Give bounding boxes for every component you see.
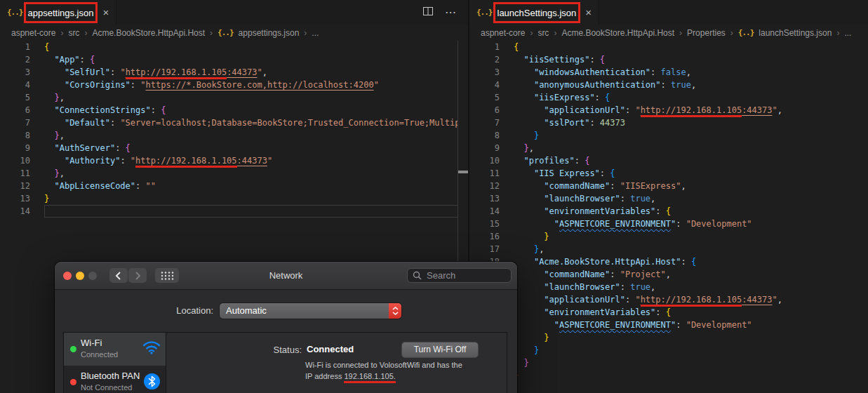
code-line[interactable]: { [514,41,868,53]
line-number[interactable]: 10 [0,154,30,167]
line-number[interactable]: 5 [469,91,500,104]
code-line[interactable]: } [514,331,868,344]
line-number[interactable]: 11 [469,167,500,180]
code-line[interactable]: } [514,230,868,243]
code-line[interactable]: "App": { [44,53,458,66]
code-line[interactable]: "AbpLicenseCode": "" [44,180,458,192]
split-editor-icon[interactable] [422,6,434,20]
location-dropdown[interactable]: Automatic [220,303,401,319]
code-line[interactable]: "ASPNETCORE_ENVIRONMENT": "Development" [514,319,868,331]
code-line[interactable]: } [44,192,458,205]
code-line[interactable]: } [514,357,868,369]
breadcrumb-item[interactable]: Acme.BookStore.HttpApi.Host [561,28,674,38]
traffic-light-close[interactable] [63,272,72,280]
line-number[interactable]: 13 [0,192,30,205]
turn-wifi-off-button[interactable]: Turn Wi-Fi Off [401,342,479,358]
line-number[interactable]: 4 [469,79,500,91]
forward-button[interactable] [128,268,147,283]
line-number[interactable]: 12 [0,180,30,192]
code-line[interactable]: }, [514,243,868,255]
code-line[interactable] [44,205,458,218]
code-line[interactable]: "environmentVariables": { [514,205,868,218]
code-line[interactable]: }, [514,142,868,154]
line-number[interactable]: 1 [0,41,30,53]
close-icon[interactable]: × [585,6,592,18]
search-input[interactable] [425,269,506,281]
line-number[interactable]: 12 [469,180,500,192]
code-line[interactable]: } [514,344,868,357]
code-line[interactable]: "Default": "Server=localhost;Database=Bo… [44,116,458,129]
more-actions-icon[interactable]: ⋯ [445,6,457,19]
line-number[interactable]: 4 [0,79,30,91]
breadcrumb-item[interactable]: appsettings.json [239,28,300,38]
line-number[interactable]: 2 [469,53,500,66]
line-number[interactable]: 7 [469,116,500,129]
code-line[interactable]: }, [44,167,458,180]
breadcrumb-item[interactable]: src [68,28,79,38]
line-number[interactable]: 14 [0,205,30,218]
line-number[interactable]: 6 [469,104,500,116]
line-number[interactable]: 7 [0,116,30,129]
traffic-light-minimize[interactable] [76,272,84,280]
code-line[interactable]: "environmentVariables": { [514,306,868,319]
line-number[interactable]: 11 [0,167,30,180]
search-field[interactable] [407,268,512,283]
code-line[interactable]: "launchBrowser": true, [514,281,868,293]
code-line[interactable]: "iisSettings": { [514,53,868,66]
line-number[interactable]: 2 [0,53,30,66]
code-line[interactable]: "anonymousAuthentication": true, [514,79,868,91]
line-number[interactable]: 5 [0,91,30,104]
line-number[interactable]: 1 [469,41,500,53]
code-line[interactable]: "ASPNETCORE_ENVIRONMENT": "Development" [514,218,868,230]
line-number[interactable]: 6 [0,104,30,116]
code-line[interactable]: "SelfUrl": "http://192.168.1.105:44373", [44,66,458,79]
line-number[interactable]: 8 [469,129,500,142]
code-line[interactable]: "windowsAuthentication": false, [514,66,868,79]
code-line[interactable]: "launchBrowser": true, [514,192,868,205]
line-number[interactable]: 16 [469,230,500,243]
tab-launchsettings-json[interactable]: {..} launchSettings.json × [469,0,599,25]
code-line[interactable]: "commandName": "IISExpress", [514,180,868,192]
code-line[interactable]: "AuthServer": { [44,142,458,154]
breadcrumb-item[interactable]: launchSettings.json [759,28,832,38]
line-number[interactable]: 14 [469,205,500,218]
code-area[interactable]: { "iisSettings": { "windowsAuthenticatio… [508,41,868,393]
tab-appsettings-json[interactable]: {..} appsettings.json × [0,0,116,25]
code-line[interactable]: } [514,369,868,382]
close-icon[interactable]: × [102,6,109,18]
line-number[interactable]: 17 [469,243,500,255]
code-line[interactable]: }, [44,129,458,142]
breadcrumb-item[interactable]: Acme.BookStore.HttpApi.Host [92,28,205,38]
code-line[interactable]: "CorsOrigins": "https://*.BookStore.com,… [44,79,458,91]
code-line[interactable]: "ConnectionStrings": { [44,104,458,116]
code-line[interactable]: }, [44,91,458,104]
breadcrumb-item[interactable]: ... [844,28,851,38]
code-line[interactable]: "profiles": { [514,154,868,167]
code-line[interactable]: } [514,129,868,142]
code-line[interactable]: "applicationUrl": "http://192.168.1.105:… [514,104,868,116]
code-line[interactable]: "sslPort": 44373 [514,116,868,129]
window-titlebar[interactable]: Network [55,262,517,290]
code-line[interactable]: "IIS Express": { [514,167,868,180]
back-button[interactable] [109,268,128,283]
breadcrumb-item[interactable]: Properties [687,28,726,38]
code-line[interactable]: "Authority": "http://192.168.1.105:44373… [44,154,458,167]
line-number[interactable]: 3 [0,66,30,79]
code-line[interactable]: "iisExpress": { [514,91,868,104]
line-number[interactable]: 9 [0,142,30,154]
line-number[interactable]: 9 [469,142,500,154]
line-number[interactable]: 3 [469,66,500,79]
line-number[interactable]: 15 [469,218,500,230]
breadcrumb-item[interactable]: src [538,28,549,38]
service-row-bluetooth-pan[interactable]: Bluetooth PAN Not Connected [64,366,166,393]
breadcrumb-item[interactable]: aspnet-core [11,28,55,38]
service-row-wifi[interactable]: Wi-Fi Connected [64,333,166,366]
breadcrumb-item[interactable]: aspnet-core [481,28,525,38]
line-number[interactable]: 13 [469,192,500,205]
breadcrumb-item[interactable]: ... [312,28,319,38]
line-number[interactable]: 10 [469,154,500,167]
code-line[interactable]: "applicationUrl": "http://192.168.1.105:… [514,293,868,306]
code-line[interactable]: { [44,41,458,53]
code-line[interactable]: "commandName": "Project", [514,268,868,281]
line-number[interactable]: 8 [0,129,30,142]
